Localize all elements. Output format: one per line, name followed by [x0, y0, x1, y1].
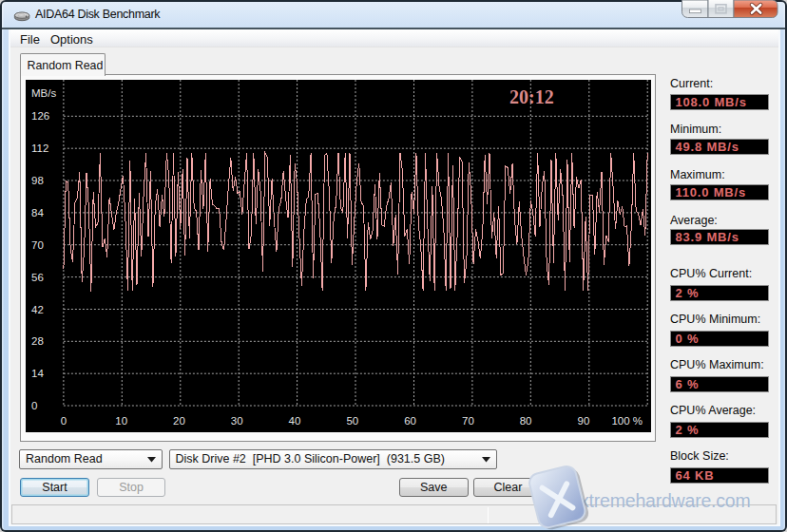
svg-text:20:12: 20:12 — [509, 86, 554, 107]
svg-text:90: 90 — [578, 415, 590, 427]
svg-text:30: 30 — [231, 415, 243, 427]
svg-text:MB/s: MB/s — [31, 87, 56, 99]
svg-text:40: 40 — [289, 415, 301, 427]
svg-text:112: 112 — [31, 142, 48, 154]
svg-text:80: 80 — [520, 415, 532, 427]
svg-text:84: 84 — [31, 207, 44, 218]
svg-text:126: 126 — [31, 110, 49, 122]
svg-text:42: 42 — [31, 304, 44, 315]
svg-text:70: 70 — [31, 239, 44, 251]
svg-text:10: 10 — [115, 415, 127, 427]
svg-text:56: 56 — [31, 272, 44, 283]
svg-text:28: 28 — [31, 335, 44, 347]
svg-text:60: 60 — [404, 415, 416, 427]
svg-text:70: 70 — [462, 415, 474, 427]
svg-text:100 %: 100 % — [611, 415, 643, 427]
svg-text:0: 0 — [31, 400, 37, 411]
svg-text:14: 14 — [31, 368, 44, 379]
svg-text:98: 98 — [31, 175, 44, 186]
svg-text:20: 20 — [173, 415, 185, 427]
svg-text:0: 0 — [61, 415, 67, 427]
svg-text:50: 50 — [346, 415, 358, 427]
